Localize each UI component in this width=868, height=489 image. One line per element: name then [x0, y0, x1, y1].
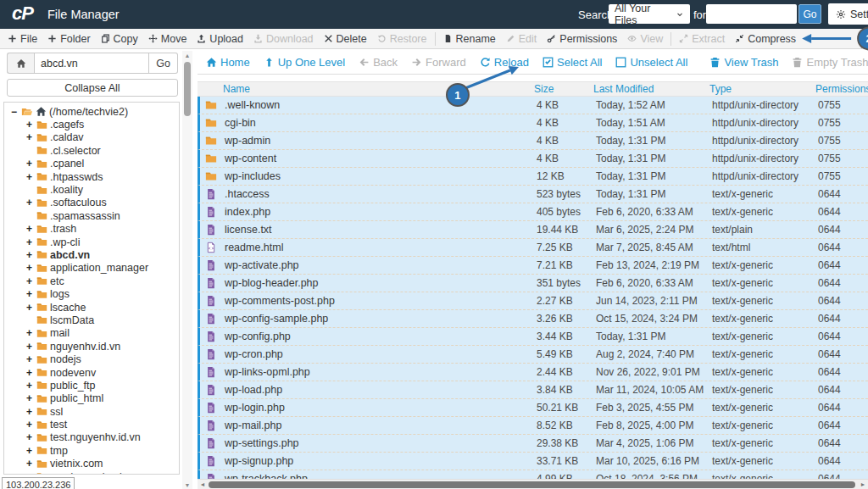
settings-button[interactable]: Settings: [828, 3, 868, 25]
expand-toggle-icon[interactable]: +: [25, 353, 34, 365]
action-delete[interactable]: Delete: [324, 33, 367, 45]
scroll-left-icon[interactable]: ◄: [198, 480, 208, 489]
table-row[interactable]: wp-settings.php29.38 KBMar 4, 2025, 1:06…: [198, 435, 868, 453]
expand-toggle-icon[interactable]: +: [25, 171, 34, 183]
action-compress[interactable]: Compress: [735, 33, 796, 45]
sidebar-item-tmp[interactable]: +tmp: [4, 444, 179, 457]
table-row[interactable]: wp-links-opml.php2.44 KBNov 26, 2022, 9:…: [198, 364, 868, 381]
scroll-right-icon[interactable]: ►: [858, 480, 868, 489]
sidebar-item-test-nguyenhv-id-vn[interactable]: +test.nguyenhv.id.vn: [4, 431, 179, 444]
sidebar-item-wordpress-backups[interactable]: wordpress-backups: [4, 470, 179, 475]
table-row[interactable]: wp-content4 KBToday, 1:31 PMhttpd/unix-d…: [198, 150, 868, 168]
sidebar-item-mail[interactable]: +mail: [4, 327, 179, 340]
expand-toggle-icon[interactable]: +: [25, 131, 34, 143]
sidebar-item-logs[interactable]: +logs: [4, 287, 179, 300]
expand-toggle-icon[interactable]: +: [25, 406, 34, 418]
nav-home[interactable]: Home: [206, 56, 250, 69]
sidebar-item--koality[interactable]: .koality: [4, 183, 179, 196]
search-scope-select[interactable]: All Your Files: [609, 4, 690, 24]
table-row[interactable]: wp-activate.php7.21 KBFeb 13, 2024, 2:19…: [198, 257, 868, 275]
expand-toggle-icon[interactable]: +: [25, 445, 34, 457]
path-go-button[interactable]: Go: [149, 53, 178, 74]
table-row[interactable]: wp-load.php3.84 KBMar 11, 2024, 10:05 AM…: [198, 381, 868, 399]
table-row[interactable]: license.txt19.44 KBMar 6, 2025, 2:24 PMt…: [198, 221, 868, 239]
scroll-up-icon[interactable]: ▲: [182, 51, 192, 59]
nav-reload[interactable]: Reload: [480, 56, 529, 69]
column-header-permissions[interactable]: Permissions: [815, 83, 866, 95]
table-row[interactable]: wp-config-sample.php3.26 KBOct 15, 2024,…: [198, 310, 868, 328]
column-header-modified[interactable]: Last Modified: [593, 83, 709, 95]
sidebar-item--htpasswds[interactable]: +.htpasswds: [4, 170, 179, 183]
expand-toggle-icon[interactable]: +: [25, 458, 34, 470]
sidebar-item-application-manager[interactable]: +application_manager: [4, 262, 179, 275]
column-header-name[interactable]: Name: [198, 83, 534, 95]
table-row[interactable]: wp-admin4 KBToday, 1:31 PMhttpd/unix-dir…: [198, 132, 868, 150]
table-row[interactable]: wp-cron.php5.49 KBAug 2, 2024, 7:40 PMte…: [198, 346, 868, 364]
nav-select-all[interactable]: Select All: [542, 56, 602, 69]
sidebar-item--wp-cli[interactable]: +.wp-cli: [4, 236, 179, 248]
scroll-down-icon[interactable]: ▼: [182, 481, 192, 489]
sidebar-item-nodejs[interactable]: +nodejs: [4, 353, 179, 365]
tree-root-item[interactable]: − (/home/techvie2): [4, 105, 179, 118]
search-go-button[interactable]: Go: [798, 4, 821, 24]
action-file[interactable]: File: [8, 33, 37, 45]
table-row[interactable]: index.php405 bytesFeb 6, 2020, 6:33 AMte…: [198, 203, 868, 221]
sidebar-item-lscmdata[interactable]: lscmData: [4, 314, 179, 326]
sidebar-scrollbar-thumb[interactable]: [184, 62, 191, 116]
table-row[interactable]: wp-blog-header.php351 bytesFeb 6, 2020, …: [198, 275, 868, 292]
expand-toggle-icon[interactable]: +: [25, 392, 34, 404]
sidebar-item-abcd-vn[interactable]: +abcd.vn: [4, 248, 179, 261]
expand-toggle-icon[interactable]: +: [25, 197, 34, 208]
column-header-size[interactable]: Size: [534, 83, 593, 95]
table-row[interactable]: wp-comments-post.php2.27 KBJun 14, 2023,…: [198, 292, 868, 310]
action-copy[interactable]: Copy: [101, 33, 138, 45]
sidebar-item-public-html[interactable]: +public_html: [4, 392, 179, 405]
sidebar-item--cl-selector[interactable]: .cl.selector: [4, 144, 179, 157]
nav-up-one-level[interactable]: Up One Level: [264, 56, 346, 69]
sidebar-item--cagefs[interactable]: +.cagefs: [4, 118, 179, 131]
action-upload[interactable]: Upload: [197, 33, 243, 45]
table-row[interactable]: wp-mail.php8.52 KBFeb 8, 2025, 4:00 PMte…: [198, 417, 868, 435]
expand-toggle-icon[interactable]: +: [25, 236, 34, 248]
sidebar-item-public-ftp[interactable]: +public_ftp: [4, 379, 179, 392]
sidebar-item-ssl[interactable]: +ssl: [4, 405, 179, 418]
column-header-type[interactable]: Type: [709, 83, 815, 95]
horizontal-scrollbar[interactable]: ◄ ►: [198, 479, 868, 489]
table-row[interactable]: cgi-bin4 KBToday, 1:51 AMhttpd/unix-dire…: [198, 114, 868, 132]
table-row[interactable]: .htaccess523 bytesToday, 1:31 PMtext/x-g…: [198, 186, 868, 203]
action-folder[interactable]: Folder: [47, 33, 90, 45]
sidebar-item-etc[interactable]: +etc: [4, 275, 179, 287]
expand-toggle-icon[interactable]: +: [25, 275, 34, 287]
expand-toggle-icon[interactable]: +: [25, 419, 34, 431]
path-input[interactable]: [34, 53, 149, 74]
table-row[interactable]: readme.html7.25 KBMar 7, 2025, 8:45 AMte…: [198, 239, 868, 257]
sidebar-item--cpanel[interactable]: +.cpanel: [4, 158, 179, 170]
table-row[interactable]: wp-login.php50.21 KBFeb 3, 2025, 4:55 PM…: [198, 399, 868, 417]
sidebar-item-nodevenv[interactable]: +nodevenv: [4, 366, 179, 379]
expand-toggle-icon[interactable]: +: [25, 158, 34, 169]
expand-toggle-icon[interactable]: +: [25, 249, 34, 261]
sidebar-scrollbar[interactable]: ▲ ▼: [182, 51, 192, 489]
expand-toggle-icon[interactable]: +: [25, 262, 34, 274]
nav-unselect-all[interactable]: Unselect All: [615, 56, 687, 69]
collapse-toggle-icon[interactable]: −: [9, 106, 19, 118]
sidebar-item-nguyenhv-id-vn[interactable]: +nguyenhv.id.vn: [4, 340, 179, 353]
horizontal-scrollbar-thumb[interactable]: [209, 481, 855, 488]
action-permissions[interactable]: Permissions: [547, 33, 617, 45]
expand-toggle-icon[interactable]: +: [25, 119, 34, 131]
expand-toggle-icon[interactable]: +: [25, 367, 34, 379]
table-row[interactable]: wp-signup.php33.71 KBMar 10, 2025, 6:16 …: [198, 453, 868, 470]
table-row[interactable]: wp-includes12 KBToday, 1:31 PMhttpd/unix…: [198, 168, 868, 186]
sidebar-item-vietnix-com[interactable]: +vietnix.com: [4, 458, 179, 470]
home-dir-button[interactable]: [7, 53, 34, 74]
action-move[interactable]: Move: [148, 33, 187, 45]
table-row[interactable]: wp-config.php3.44 KBToday, 1:31 PMtext/x…: [198, 328, 868, 346]
sidebar-item--caldav[interactable]: +.caldav: [4, 131, 179, 144]
expand-toggle-icon[interactable]: +: [25, 288, 34, 300]
sidebar-item--trash[interactable]: +.trash: [4, 223, 179, 236]
action-rename[interactable]: Rename: [443, 33, 496, 45]
expand-toggle-icon[interactable]: +: [25, 223, 34, 235]
expand-toggle-icon[interactable]: +: [25, 327, 34, 339]
search-input[interactable]: [706, 4, 797, 24]
sidebar-item-test[interactable]: +test: [4, 418, 179, 431]
